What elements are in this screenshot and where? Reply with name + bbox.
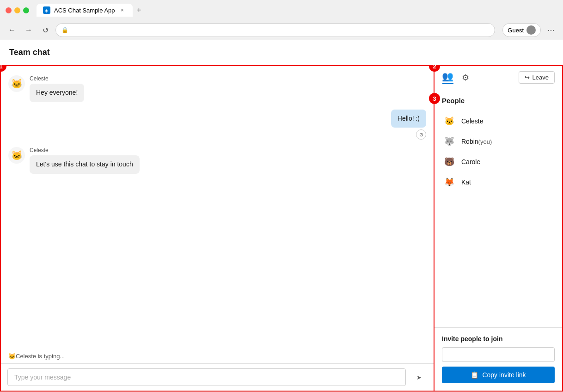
browser-toolbar: ← → ↺ 🔒 Guest ··· bbox=[0, 20, 563, 40]
send-icon: ➤ bbox=[416, 374, 422, 381]
maximize-window-button[interactable] bbox=[23, 7, 29, 13]
person-kat: 🦊 Kat bbox=[442, 172, 555, 192]
person-avatar-celeste: 🐱 bbox=[442, 114, 457, 129]
back-button[interactable]: ← bbox=[6, 24, 18, 37]
refresh-button[interactable]: ↺ bbox=[39, 24, 52, 37]
person-name-carole: Carole bbox=[461, 158, 480, 165]
person-avatar-robin: 🐺 bbox=[442, 134, 457, 149]
typing-text: 🐱Celeste is typing... bbox=[8, 353, 65, 360]
message-bubble-2: Let's use this chat to stay in touch bbox=[30, 155, 140, 174]
app: Team chat 1 🐱 Celeste Hey everyone! Hell… bbox=[0, 40, 563, 392]
people-tab-icon: 👥 bbox=[442, 71, 453, 82]
guest-label: Guest bbox=[508, 27, 524, 34]
message-bubble: Hey everyone! bbox=[30, 84, 84, 102]
copy-invite-button[interactable]: 📋 Copy invite link bbox=[442, 367, 555, 383]
new-tab-button[interactable]: + bbox=[133, 4, 146, 17]
message-input[interactable] bbox=[7, 368, 406, 386]
copy-icon: 📋 bbox=[471, 371, 478, 379]
message-content: Celeste Hey everyone! bbox=[30, 75, 84, 102]
message-content-2: Celeste Let's use this chat to stay in t… bbox=[30, 147, 140, 174]
active-tab[interactable]: ◈ ACS Chat Sample App × bbox=[37, 4, 133, 17]
badge-3: 3 bbox=[429, 93, 440, 104]
messages-area: 🐱 Celeste Hey everyone! Hello! :) ⊙ bbox=[1, 66, 434, 349]
message-sender-2: Celeste bbox=[30, 147, 140, 153]
close-window-button[interactable] bbox=[6, 7, 12, 13]
copy-invite-label: Copy invite link bbox=[482, 371, 526, 379]
person-name-robin: Robin(you) bbox=[461, 138, 492, 145]
message-row-2: 🐱 Celeste Let's use this chat to stay in… bbox=[8, 147, 426, 174]
page-title: Team chat bbox=[9, 48, 554, 57]
forward-button[interactable]: → bbox=[22, 24, 35, 37]
app-body: 1 🐱 Celeste Hey everyone! Hello! :) ⊙ bbox=[0, 65, 563, 392]
leave-button[interactable]: ↪ Leave bbox=[519, 71, 555, 84]
reaction-button[interactable]: ⊙ bbox=[416, 129, 426, 140]
message-content-outgoing: Hello! :) ⊙ bbox=[391, 110, 426, 140]
typing-indicator: 🐱Celeste is typing... bbox=[1, 349, 434, 363]
people-section: People 🐱 Celeste 🐺 Robin(you) 🐻 Carole bbox=[434, 89, 562, 327]
guest-button[interactable]: Guest bbox=[502, 23, 541, 37]
browser-more-button[interactable]: ··· bbox=[545, 24, 557, 37]
person-name-kat: Kat bbox=[461, 178, 471, 186]
message-sender: Celeste bbox=[30, 75, 84, 82]
settings-button[interactable]: ⚙ bbox=[459, 71, 472, 84]
person-celeste: 🐱 Celeste bbox=[442, 111, 555, 131]
people-title: People bbox=[442, 97, 555, 104]
leave-label: Leave bbox=[532, 74, 549, 81]
person-avatar-kat: 🦊 bbox=[442, 175, 457, 190]
window-controls bbox=[6, 7, 29, 13]
app-header: Team chat bbox=[0, 40, 563, 65]
tab-close-button[interactable]: × bbox=[119, 6, 126, 14]
send-button[interactable]: ➤ bbox=[410, 369, 427, 386]
browser-tabs: ◈ ACS Chat Sample App × + bbox=[37, 4, 146, 17]
message-bubble-outgoing: Hello! :) bbox=[391, 110, 426, 128]
avatar: 🐱 bbox=[8, 75, 25, 92]
guest-avatar bbox=[526, 25, 536, 35]
people-tab[interactable]: 👥 bbox=[442, 71, 453, 84]
message-input-area: ➤ bbox=[1, 363, 434, 391]
invite-title: Invite people to join bbox=[442, 335, 555, 343]
chat-area: 1 🐱 Celeste Hey everyone! Hello! :) ⊙ bbox=[0, 65, 434, 392]
browser-right-controls: Guest ··· bbox=[502, 23, 557, 37]
message-row-outgoing: Hello! :) ⊙ bbox=[8, 110, 426, 140]
minimize-window-button[interactable] bbox=[14, 7, 20, 13]
tab-favicon: ◈ bbox=[43, 6, 50, 14]
tab-label: ACS Chat Sample App bbox=[54, 7, 115, 14]
panel-toolbar: 👥 ⚙ ↪ Leave bbox=[434, 66, 562, 89]
person-carole: 🐻 Carole bbox=[442, 152, 555, 172]
browser-titlebar: ◈ ACS Chat Sample App × + bbox=[0, 0, 563, 20]
leave-icon: ↪ bbox=[525, 74, 530, 81]
address-bar[interactable]: 🔒 bbox=[55, 23, 495, 37]
person-robin: 🐺 Robin(you) bbox=[442, 131, 555, 152]
right-panel: 2 3 👥 ⚙ ↪ Leave People 🐱 Celeste bbox=[434, 65, 563, 392]
invite-section: Invite people to join 📋 Copy invite link bbox=[434, 327, 562, 391]
tab-underline bbox=[442, 83, 453, 84]
lock-icon: 🔒 bbox=[61, 27, 68, 33]
person-name-celeste: Celeste bbox=[461, 117, 483, 125]
browser-chrome: ◈ ACS Chat Sample App × + ← → ↺ 🔒 Guest … bbox=[0, 0, 563, 40]
avatar-celeste-2: 🐱 bbox=[8, 147, 25, 164]
invite-input[interactable] bbox=[442, 347, 555, 362]
person-you-label: (you) bbox=[478, 138, 492, 145]
person-avatar-carole: 🐻 bbox=[442, 154, 457, 169]
message-row: 🐱 Celeste Hey everyone! bbox=[8, 75, 426, 102]
message-actions: ⊙ bbox=[416, 129, 426, 140]
